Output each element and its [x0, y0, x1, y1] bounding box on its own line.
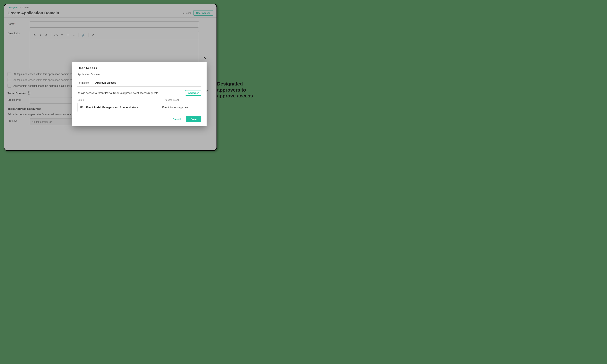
tab-permission[interactable]: Permission: [78, 79, 90, 86]
strikethrough-icon[interactable]: S: [44, 33, 49, 38]
modal-instruction: Assign access to Event Portal User to ap…: [78, 91, 159, 94]
modal-title: User Access: [78, 66, 201, 70]
page-header: Create Application Domain 0 Users User A…: [4, 10, 216, 18]
table-row[interactable]: Event Portal Managers and Administrators…: [78, 103, 201, 112]
preview-label: Preview: [8, 118, 30, 125]
svg-point-1: [82, 106, 83, 107]
column-name: Name: [78, 99, 165, 101]
checkbox-editable-descriptions-label: Allow object descriptions to be editable…: [13, 84, 81, 87]
svg-point-0: [80, 106, 82, 107]
checkbox-editable-descriptions[interactable]: [8, 84, 11, 88]
breadcrumb-current: Create: [22, 6, 29, 9]
bullet-list-icon[interactable]: ☰: [65, 33, 70, 38]
callout-text: Designated approvers to approve access: [217, 81, 258, 99]
column-access-level: Access Level: [165, 99, 201, 101]
app-window: Designer > Create Create Application Dom…: [4, 4, 217, 151]
code-icon[interactable]: </>: [53, 33, 59, 38]
modal-subtitle: Application Domain: [78, 73, 201, 76]
row-access-level: Event Access Approver: [162, 106, 199, 109]
broker-type-label: Broker Type: [8, 97, 30, 104]
modal-tabs: Permission Approval Access: [78, 79, 201, 87]
user-access-button[interactable]: User Access: [193, 10, 213, 16]
help-icon[interactable]: ?: [27, 91, 30, 95]
link-icon[interactable]: 🔗: [81, 33, 86, 38]
preview-icon[interactable]: 👁: [91, 33, 96, 38]
breadcrumb: Designer > Create: [4, 4, 216, 10]
numbered-list-icon[interactable]: ≡: [71, 33, 76, 38]
save-button[interactable]: Save: [186, 116, 201, 122]
quote-icon[interactable]: ❝: [59, 33, 65, 38]
name-input[interactable]: [30, 21, 199, 27]
breadcrumb-root[interactable]: Designer: [8, 6, 18, 9]
name-label: Name*: [8, 21, 30, 27]
checkbox-unique-addresses[interactable]: [8, 72, 11, 76]
row-name: Event Portal Managers and Administrators: [86, 106, 162, 109]
bold-icon[interactable]: B: [32, 33, 37, 38]
checkbox-topic-domains[interactable]: [8, 78, 11, 82]
tab-approval-access[interactable]: Approval Access: [95, 79, 116, 86]
user-access-modal: User Access Application Domain Permissio…: [72, 62, 207, 126]
add-user-button[interactable]: Add User: [185, 90, 201, 96]
user-count: 0 Users: [183, 12, 191, 14]
cancel-button[interactable]: Cancel: [170, 116, 183, 122]
broker-type-select[interactable]: [30, 97, 72, 104]
topic-domain-title: Topic Domain: [8, 91, 26, 95]
breadcrumb-sep: >: [19, 6, 21, 9]
italic-icon[interactable]: I: [38, 33, 43, 38]
group-icon: [80, 105, 83, 109]
description-label: Description: [8, 31, 30, 69]
page-title: Create Application Domain: [8, 11, 59, 15]
